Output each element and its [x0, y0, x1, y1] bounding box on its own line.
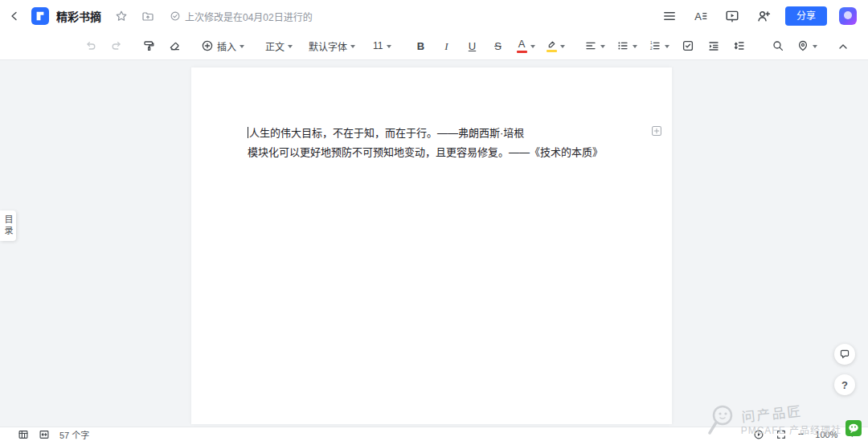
star-icon[interactable] [112, 6, 131, 26]
move-to-folder-icon[interactable] [138, 6, 158, 26]
page-width-icon[interactable] [39, 429, 50, 440]
word-count: 57 个字 [59, 428, 89, 441]
document-page[interactable]: 人生的伟大目标，不在于知，而在于行。——弗朗西斯·培根 模块化可以更好地预防不可… [191, 67, 672, 424]
saved-check-icon [170, 10, 181, 22]
chevron-down-icon [387, 45, 391, 48]
font-family-label: 默认字体 [309, 39, 347, 53]
underline-button[interactable]: U [462, 35, 483, 56]
chat-icon [839, 349, 850, 360]
chevron-down-icon [288, 45, 293, 48]
highlight-color-bar [547, 50, 557, 52]
status-bar-left: 57 个字 [18, 428, 89, 441]
format-toolbar: 插入 正文 默认字体 11 B I U S A [0, 32, 868, 60]
insert-dropdown[interactable]: 插入 [198, 35, 248, 56]
chevron-down-icon [560, 45, 565, 48]
chevron-down-icon [600, 45, 605, 48]
font-size-dropdown[interactable]: 11 [370, 35, 394, 56]
text-settings-icon[interactable]: A [691, 6, 710, 26]
paragraph[interactable]: 模块化可以更好地预防不可预知地变动，且更容易修复。——《技术的本质》 [248, 143, 640, 162]
top-bar-left: 精彩书摘 上次修改是在04月02日进行的 [5, 6, 313, 26]
search-button[interactable] [768, 35, 788, 56]
toc-tab[interactable]: 目录 [0, 210, 16, 241]
save-status-text: 上次修改是在04月02日进行的 [185, 10, 313, 23]
undo-button[interactable] [80, 35, 101, 56]
help-button[interactable]: ? [834, 374, 855, 395]
insert-label: 插入 [217, 39, 236, 53]
svg-text:1: 1 [650, 41, 653, 45]
redo-button[interactable] [106, 35, 127, 56]
paragraph-style-dropdown[interactable]: 正文 [262, 35, 296, 56]
present-mode-icon[interactable] [753, 429, 764, 440]
font-color-icon: A [517, 39, 527, 53]
present-icon[interactable] [723, 6, 742, 26]
help-label: ? [841, 379, 848, 391]
save-status: 上次修改是在04月02日进行的 [170, 10, 313, 23]
feedback-button[interactable] [834, 344, 855, 365]
zoom-in-button[interactable]: + [849, 429, 855, 439]
add-collaborator-icon[interactable] [754, 6, 773, 26]
fullscreen-icon[interactable] [776, 429, 787, 440]
numbered-list-dropdown[interactable]: 12 [645, 35, 673, 56]
app-logo[interactable] [31, 7, 49, 25]
editor-canvas: 人生的伟大目标，不在于知，而在于行。——弗朗西斯·培根 模块化可以更好地预防不可… [0, 60, 868, 427]
toc-label: 目录 [2, 214, 14, 237]
chevron-down-icon [350, 45, 355, 48]
status-bar-right: − 100% + [753, 429, 855, 440]
font-color-dropdown[interactable]: A [514, 35, 538, 56]
back-button[interactable] [5, 6, 24, 26]
font-family-dropdown[interactable]: 默认字体 [305, 35, 358, 56]
insert-block-icon[interactable] [651, 125, 662, 137]
strikethrough-button[interactable]: S [488, 35, 509, 56]
chevron-down-icon [813, 45, 817, 48]
svg-text:2: 2 [650, 47, 653, 51]
zoom-out-button[interactable]: − [798, 429, 805, 439]
locate-dropdown[interactable] [793, 35, 821, 56]
menu-icon[interactable] [660, 6, 679, 26]
highlight-dropdown[interactable] [543, 35, 568, 56]
zoom-level: 100% [815, 430, 837, 439]
align-dropdown[interactable] [581, 35, 608, 56]
line-spacing-button[interactable] [729, 35, 750, 56]
clear-format-button[interactable] [164, 35, 185, 56]
indent-button[interactable] [703, 35, 724, 56]
paragraph-text: 模块化可以更好地预防不可预知地变动，且更容易修复。——《技术的本质》 [248, 146, 603, 158]
plus-circle-icon [201, 39, 214, 52]
share-button[interactable]: 分享 [785, 6, 827, 26]
svg-text:A: A [694, 10, 702, 22]
avatar[interactable] [839, 7, 857, 25]
highlighter-icon [547, 39, 557, 52]
paragraph-text: 人生的伟大目标，不在于知，而在于行。——弗朗西斯·培根 [249, 127, 524, 139]
chevron-down-icon [665, 45, 669, 48]
text-cursor [248, 127, 248, 138]
status-bar: 57 个字 − 100% + [0, 427, 868, 441]
checklist-button[interactable] [678, 35, 698, 56]
paragraph[interactable]: 人生的伟大目标，不在于知，而在于行。——弗朗西斯·培根 [248, 124, 640, 143]
bullet-list-dropdown[interactable] [613, 35, 641, 56]
chevron-down-icon [240, 45, 244, 48]
format-painter-button[interactable] [138, 35, 159, 56]
top-bar-right: A 分享 [660, 6, 857, 26]
collapse-toolbar-button[interactable] [833, 36, 854, 57]
paragraph-style-label: 正文 [265, 39, 285, 53]
document-title: 精彩书摘 [56, 8, 101, 24]
font-color-bar [517, 51, 527, 53]
chevron-down-icon [633, 45, 637, 48]
top-bar: 精彩书摘 上次修改是在04月02日进行的 A 分享 [0, 0, 868, 32]
italic-button[interactable]: I [436, 35, 457, 56]
bold-button[interactable]: B [411, 35, 432, 56]
chevron-down-icon [530, 45, 535, 48]
table-view-icon[interactable] [18, 429, 29, 440]
document-body[interactable]: 人生的伟大目标，不在于知，而在于行。——弗朗西斯·培根 模块化可以更好地预防不可… [248, 124, 640, 162]
font-size-label: 11 [373, 40, 383, 51]
